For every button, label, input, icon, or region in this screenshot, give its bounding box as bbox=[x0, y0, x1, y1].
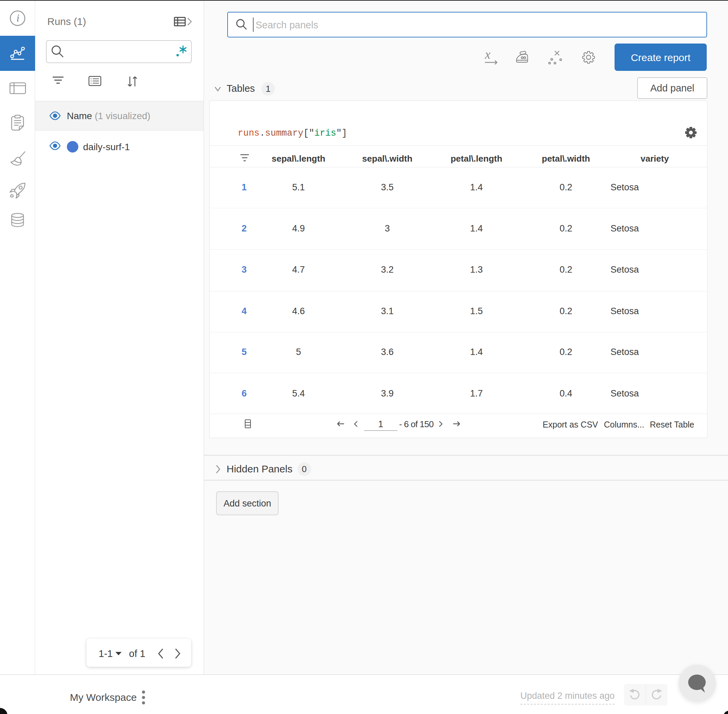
svg-text:i: i bbox=[17, 12, 20, 24]
svg-text:x: x bbox=[484, 49, 490, 62]
